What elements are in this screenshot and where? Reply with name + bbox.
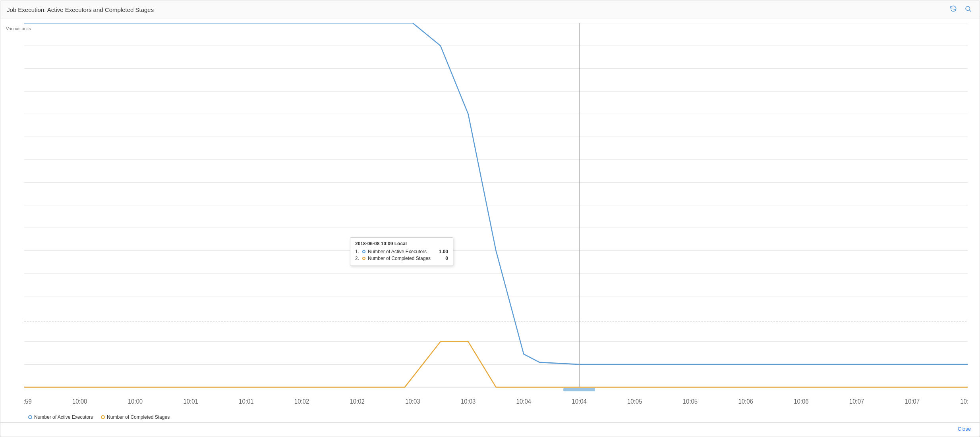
svg-text:10:04: 10:04 [516,398,532,405]
svg-line-1 [969,10,971,12]
legend-label-stages: Number of Completed Stages [107,414,170,420]
svg-text:10:03: 10:03 [405,398,420,405]
svg-point-0 [966,6,970,11]
svg-text:10:07: 10:07 [849,398,864,405]
chart-svg: 0 1.00 2.00 3.00 4.00 5.00 6.00 7.00 8.0… [24,23,968,412]
svg-text:10:02: 10:02 [294,398,309,405]
title-icons [948,4,973,15]
svg-text:10:02: 10:02 [350,398,365,405]
svg-text:10:07: 10:07 [905,398,920,405]
active-executors-line [24,23,968,364]
svg-text:10:01: 10:01 [183,398,198,405]
legend-item-stages: Number of Completed Stages [101,414,170,420]
svg-text:09:59: 09:59 [24,398,32,405]
close-button[interactable]: Close [955,425,973,433]
svg-text:10:06: 10:06 [794,398,808,405]
svg-text:10:03: 10:03 [461,398,476,405]
main-window: Job Execution: Active Executors and Comp… [0,0,980,437]
window-title: Job Execution: Active Executors and Comp… [7,6,154,13]
legend-area: Number of Active Executors Number of Com… [4,412,976,422]
refresh-button[interactable] [948,4,958,15]
search-button[interactable] [963,4,973,15]
svg-text:10:05: 10:05 [627,398,642,405]
legend-dot-stages [101,415,105,419]
svg-text:10:05: 10:05 [683,398,698,405]
legend-dot-executors [28,415,32,419]
svg-text:10:00: 10:00 [72,398,87,405]
title-bar: Job Execution: Active Executors and Comp… [0,0,980,19]
legend-item-executors: Number of Active Executors [28,414,93,420]
svg-text:10:04: 10:04 [572,398,587,405]
svg-text:10:01: 10:01 [239,398,253,405]
svg-text:10:06: 10:06 [738,398,753,405]
chart-container: 0 1.00 2.00 3.00 4.00 5.00 6.00 7.00 8.0… [24,23,968,412]
close-bar: Close [0,422,980,437]
svg-text:10:00: 10:00 [128,398,143,405]
svg-rect-59 [563,388,595,391]
chart-area: Various units [0,19,980,422]
svg-text:10:08: 10:08 [960,398,968,405]
legend-label-executors: Number of Active Executors [34,414,93,420]
